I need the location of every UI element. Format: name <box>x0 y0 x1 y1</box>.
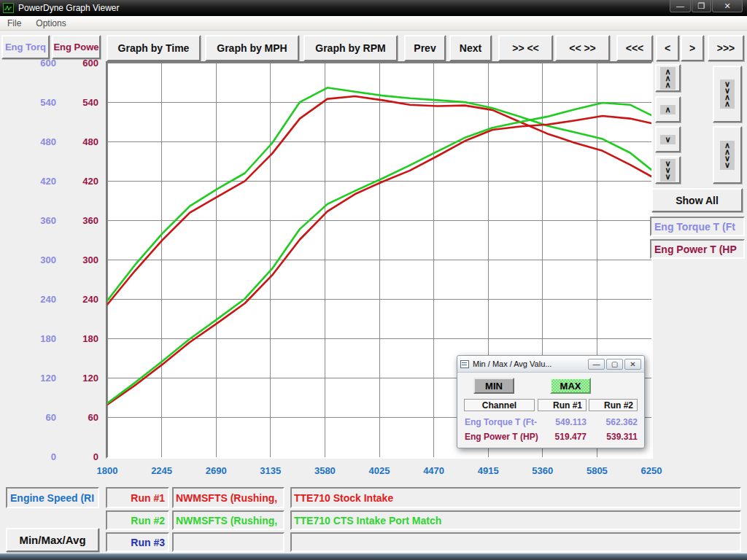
power-axis-tick-label: 240 <box>60 294 98 305</box>
y-compress-button[interactable]: ∨ ∨ ∧ ∧ <box>713 66 742 122</box>
power-axis-tick-label: 60 <box>60 412 98 423</box>
max-button[interactable]: MAX <box>550 378 591 394</box>
scroll-left-button[interactable]: < <box>656 35 679 61</box>
menu-options[interactable]: Options <box>28 18 73 28</box>
power-run1-max-value: 519.477 <box>538 432 587 442</box>
torque-axis-tick-label: 60 <box>15 412 56 423</box>
power-axis-tick-label: 120 <box>60 373 98 384</box>
power-axis-tick-label: 480 <box>60 136 98 147</box>
minmax-dialog: Min / Max / Avg Valu... — ▢ ✕ MIN MAX Ch… <box>457 355 645 448</box>
dialog-header-channel: Channel <box>464 399 535 411</box>
rpm-axis-tick-label: 2245 <box>140 465 184 476</box>
next-button[interactable]: Next <box>449 35 492 61</box>
rpm-axis-tick-label: 6250 <box>630 465 673 476</box>
power-axis-tick-label: 540 <box>60 97 98 108</box>
torque-axis-tick-label: 540 <box>15 97 56 108</box>
torque-axis-tick-label: 120 <box>15 373 56 384</box>
dialog-icon <box>460 360 469 368</box>
scroll-right-button[interactable]: > <box>681 35 704 61</box>
power-channel-field[interactable]: Eng Power T (HP <box>650 239 745 259</box>
dialog-header-run1: Run #1 <box>538 399 587 411</box>
torque-run2-max-value: 562.362 <box>589 417 638 427</box>
power-axis-tick-label: 300 <box>60 254 98 265</box>
scroll-far-right-button[interactable]: >>> <box>708 35 744 61</box>
y-expand-button[interactable]: ∧ ∧ ∨ ∨ <box>713 126 742 184</box>
torque-axis-tick-label: 300 <box>15 254 56 265</box>
triple-chevron-up-icon: ∧ ∧ ∧ <box>660 67 675 90</box>
power-axis-tick-label: 420 <box>60 176 98 187</box>
rpm-axis-tick-label: 4025 <box>357 465 401 476</box>
power-axis-tick-label: 360 <box>60 215 98 226</box>
rpm-axis-tick-label: 1800 <box>85 465 129 476</box>
dialog-minimize-icon[interactable]: — <box>588 359 605 370</box>
app-icon <box>3 3 14 13</box>
torque-axis-tick-label: 180 <box>15 333 56 344</box>
close-icon[interactable]: ✕ <box>712 0 743 12</box>
dialog-maximize-icon[interactable]: ▢ <box>606 359 623 370</box>
eng-torque-channel-label: Eng Torq <box>5 42 46 52</box>
run2-desc-field[interactable]: TTE710 CTS Intake Port Match <box>290 510 741 530</box>
rpm-axis-tick-label: 5360 <box>521 465 565 476</box>
torque-run1-max-value: 549.113 <box>538 417 587 427</box>
run3-desc-field[interactable] <box>290 532 741 552</box>
scroll-far-left-button[interactable]: <<< <box>616 35 653 61</box>
minimize-icon[interactable]: — <box>670 0 691 12</box>
y-scale-up-fast-button[interactable]: ∧ ∧ ∧ <box>655 64 681 92</box>
y-scale-down-button[interactable]: ∨ <box>655 126 681 152</box>
torque-axis-tick-label: 480 <box>15 136 56 147</box>
rpm-axis-tick-label: 3135 <box>249 465 293 476</box>
power-row-channel: Eng Power T (HP) <box>465 432 545 442</box>
minmaxavg-button[interactable]: Min/Max/Avg <box>6 528 99 552</box>
eng-power-channel-label: Eng Powe <box>53 42 98 52</box>
triple-chevron-down-icon: ∨ ∨ ∨ <box>660 159 675 182</box>
chevrons-inward-icon: ∨ ∨ ∧ ∧ <box>720 79 735 109</box>
dialog-row-power: Eng Power T (HP) 519.477 539.311 <box>457 432 644 445</box>
dialog-title-bar[interactable]: Min / Max / Avg Valu... — ▢ ✕ <box>457 356 644 373</box>
menu-bar: File Options <box>0 16 747 31</box>
torque-axis-tick-label: 360 <box>15 215 56 226</box>
rpm-axis-tick-label: 4470 <box>412 465 456 476</box>
run3-name-field[interactable] <box>172 532 285 552</box>
torque-axis-tick-label: 600 <box>15 58 56 69</box>
zoom-in-x-button[interactable]: >> << <box>498 35 553 61</box>
power-axis-tick-label: 600 <box>60 58 98 69</box>
waveform-icon <box>4 5 12 11</box>
y-scale-down-fast-button[interactable]: ∨ ∨ ∨ <box>655 156 681 184</box>
run1-name-field[interactable]: NWMSFTS (Rushing, <box>172 487 285 508</box>
prev-button[interactable]: Prev <box>404 35 446 61</box>
graph-by-rpm-button[interactable]: Graph by RPM <box>303 35 398 61</box>
window-title: PowerDyne Graph Viewer <box>18 3 120 13</box>
run2-name-field[interactable]: NWMSFTS (Rushing, <box>172 510 285 530</box>
torque-row-channel: Eng Torque T (Ft- <box>465 417 545 427</box>
graph-by-mph-button[interactable]: Graph by MPH <box>205 35 299 61</box>
power-axis-tick-label: 180 <box>60 333 98 344</box>
torque-axis-tick-label: 0 <box>15 451 56 462</box>
x-axis-channel-field[interactable]: Engine Speed (RI <box>6 487 99 508</box>
show-all-button[interactable]: Show All <box>651 188 743 212</box>
menu-file[interactable]: File <box>0 18 28 28</box>
rpm-axis-tick-label: 2690 <box>194 465 238 476</box>
dialog-header-run2: Run #2 <box>589 399 638 411</box>
maximize-icon[interactable]: ❐ <box>692 0 711 12</box>
rpm-axis-tick-label: 5805 <box>575 465 619 476</box>
title-bar: PowerDyne Graph Viewer — ❐ ✕ <box>0 0 747 16</box>
eng-power-channel-button[interactable]: Eng Powe <box>52 35 101 59</box>
window-controls: — ❐ ✕ <box>669 0 743 12</box>
chevron-up-icon: ∧ <box>660 105 675 114</box>
rpm-axis-tick-label: 4915 <box>466 465 510 476</box>
run1-label-field: Run #1 <box>106 487 169 508</box>
run3-label-field: Run #3 <box>106 532 169 552</box>
graph-by-time-button[interactable]: Graph by Time <box>107 35 201 61</box>
dialog-title: Min / Max / Avg Valu... <box>473 359 587 368</box>
y-scale-up-button[interactable]: ∧ <box>655 96 681 122</box>
min-button[interactable]: MIN <box>473 378 514 394</box>
run2-label-field: Run #2 <box>106 510 169 530</box>
window-bottom-border <box>0 553 747 560</box>
torque-axis-tick-label: 240 <box>15 294 56 305</box>
dialog-close-icon[interactable]: ✕ <box>624 359 641 370</box>
run1-desc-field[interactable]: TTE710 Stock Intake <box>290 487 741 508</box>
power-axis-tick-label: 0 <box>60 451 98 462</box>
zoom-out-x-button[interactable]: << >> <box>555 35 610 61</box>
eng-torque-channel-button[interactable]: Eng Torq <box>1 35 50 59</box>
torque-channel-field[interactable]: Eng Torque T (Ft <box>650 217 745 236</box>
